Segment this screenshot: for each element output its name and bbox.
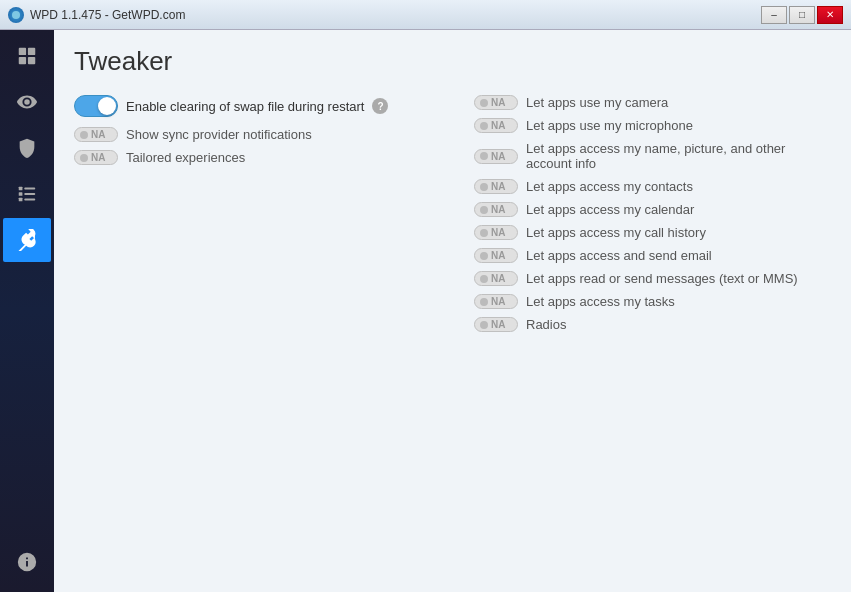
sidebar-item-list[interactable] [3, 172, 51, 216]
camera-label: Let apps use my camera [526, 95, 668, 110]
radios-label: Radios [526, 317, 566, 332]
wrench-icon [16, 229, 38, 251]
sync-label: Show sync provider notifications [126, 127, 312, 142]
grid-icon [16, 45, 38, 67]
na-badge-account-info: NA [474, 149, 518, 164]
svg-rect-4 [28, 57, 35, 64]
na-row-calendar: NA Let apps access my calendar [474, 202, 831, 217]
eye-icon [16, 91, 38, 113]
tasks-label: Let apps access my tasks [526, 294, 675, 309]
tailored-label: Tailored experiences [126, 150, 245, 165]
na-row-account-info: NA Let apps access my name, picture, and… [474, 141, 831, 171]
svg-rect-8 [24, 193, 35, 195]
shield-icon [16, 137, 38, 159]
svg-rect-10 [24, 199, 35, 201]
help-icon[interactable]: ? [372, 98, 388, 114]
na-badge-email: NA [474, 248, 518, 263]
na-badge-messages: NA [474, 271, 518, 286]
na-row-tailored: NA Tailored experiences [74, 150, 454, 165]
svg-rect-6 [24, 188, 35, 190]
na-dot [80, 154, 88, 162]
na-row-tasks: NA Let apps access my tasks [474, 294, 831, 309]
title-bar-left: WPD 1.1.475 - GetWPD.com [8, 7, 185, 23]
na-row-messages: NA Let apps read or send messages (text … [474, 271, 831, 286]
na-badge-call-history: NA [474, 225, 518, 240]
maximize-button[interactable]: □ [789, 6, 815, 24]
call-history-label: Let apps access my call history [526, 225, 706, 240]
na-row-call-history: NA Let apps access my call history [474, 225, 831, 240]
left-column: Enable clearing of swap file during rest… [74, 95, 454, 340]
swap-file-label: Enable clearing of swap file during rest… [126, 99, 364, 114]
title-bar: WPD 1.1.475 - GetWPD.com – □ ✕ [0, 0, 851, 30]
list-icon [16, 183, 38, 205]
na-dot [80, 131, 88, 139]
na-badge-contacts: NA [474, 179, 518, 194]
content-area: Tweaker Enable clearing of swap file dur… [54, 30, 851, 592]
email-label: Let apps access and send email [526, 248, 712, 263]
swap-file-toggle[interactable] [74, 95, 118, 117]
sidebar-item-security[interactable] [3, 126, 51, 170]
svg-point-0 [12, 11, 20, 19]
na-badge-tasks: NA [474, 294, 518, 309]
na-row-microphone: NA Let apps use my microphone [474, 118, 831, 133]
sidebar-item-tweaker[interactable] [3, 218, 51, 262]
na-row-sync: NA Show sync provider notifications [74, 127, 454, 142]
page-title: Tweaker [74, 46, 831, 77]
title-bar-text: WPD 1.1.475 - GetWPD.com [30, 8, 185, 22]
close-button[interactable]: ✕ [817, 6, 843, 24]
account-info-label: Let apps access my name, picture, and ot… [526, 141, 831, 171]
na-badge-radios: NA [474, 317, 518, 332]
svg-rect-3 [19, 57, 26, 64]
na-badge-calendar: NA [474, 202, 518, 217]
na-badge-microphone: NA [474, 118, 518, 133]
na-badge-sync: NA [74, 127, 118, 142]
svg-rect-5 [19, 187, 23, 191]
columns-layout: Enable clearing of swap file during rest… [74, 95, 831, 340]
right-column: NA Let apps use my camera NA Let apps us… [474, 95, 831, 340]
na-row-email: NA Let apps access and send email [474, 248, 831, 263]
calendar-label: Let apps access my calendar [526, 202, 694, 217]
toggle-row-swap: Enable clearing of swap file during rest… [74, 95, 454, 117]
sidebar-item-privacy[interactable] [3, 80, 51, 124]
na-row-radios: NA Radios [474, 317, 831, 332]
messages-label: Let apps read or send messages (text or … [526, 271, 798, 286]
title-bar-controls: – □ ✕ [761, 6, 843, 24]
na-row-contacts: NA Let apps access my contacts [474, 179, 831, 194]
na-badge-tailored: NA [74, 150, 118, 165]
minimize-button[interactable]: – [761, 6, 787, 24]
app-icon [8, 7, 24, 23]
sidebar [0, 30, 54, 592]
contacts-label: Let apps access my contacts [526, 179, 693, 194]
svg-rect-2 [28, 48, 35, 55]
svg-rect-9 [19, 198, 23, 202]
microphone-label: Let apps use my microphone [526, 118, 693, 133]
na-badge-camera: NA [474, 95, 518, 110]
svg-rect-1 [19, 48, 26, 55]
svg-rect-7 [19, 192, 23, 196]
na-row-camera: NA Let apps use my camera [474, 95, 831, 110]
app-body: Tweaker Enable clearing of swap file dur… [0, 30, 851, 592]
info-circle-icon [16, 551, 38, 573]
sidebar-item-info[interactable] [3, 540, 51, 584]
sidebar-item-grid[interactable] [3, 34, 51, 78]
sidebar-bottom [3, 540, 51, 592]
